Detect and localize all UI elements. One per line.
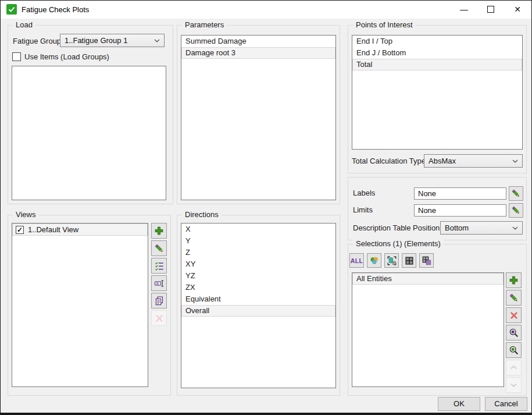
spheres-icon	[369, 256, 380, 266]
magnifier-green-button[interactable]	[506, 342, 522, 358]
grid-icon	[404, 256, 415, 266]
add-icon	[508, 275, 519, 286]
select-grid-button[interactable]	[402, 253, 416, 268]
parameters-list[interactable]: Summed Damage Damage root 3	[181, 35, 336, 200]
ok-button[interactable]: OK	[438, 397, 480, 411]
fatigue-group-value: 1..Fatigue Group 1	[65, 34, 127, 47]
points-of-interest-group: Points of Interest End I / Top End J / B…	[348, 25, 527, 173]
views-group-label: Views	[13, 210, 38, 219]
fatigue-group-select[interactable]: 1..Fatigue Group 1	[60, 34, 165, 47]
app-icon	[6, 4, 17, 15]
load-group-label: Load	[13, 20, 35, 30]
add-icon	[153, 225, 165, 236]
select-by-group-button[interactable]	[367, 253, 381, 268]
view-checkbox[interactable]: ✓	[16, 226, 24, 234]
total-calculation-type-value: AbsMax	[429, 155, 456, 167]
directions-group-label: Directions	[182, 210, 222, 219]
delete-view-button	[151, 310, 167, 326]
move-down-button	[506, 377, 522, 393]
description-table-position-value: Bottom	[445, 222, 469, 234]
chevron-down-icon	[508, 379, 519, 391]
maximize-button[interactable]	[477, 1, 504, 19]
checklist-icon	[154, 261, 165, 271]
list-item[interactable]: End I / Top	[352, 36, 522, 47]
edit-view-button[interactable]	[151, 240, 167, 256]
selections-list[interactable]: All Entities	[352, 272, 504, 387]
points-of-interest-list[interactable]: End I / Top End J / Bottom Total	[352, 35, 523, 150]
parameters-group-label: Parameters	[182, 20, 227, 30]
rename-view-button[interactable]	[151, 275, 167, 291]
display-options-group: Labels None Limits None Description Tabl…	[348, 177, 527, 240]
cancel-button[interactable]: Cancel	[485, 397, 527, 411]
use-items-label: Use Items (Load Groups)	[24, 51, 109, 63]
total-calculation-type-label: Total Calculation Type	[352, 155, 426, 167]
delete-x-icon	[509, 310, 519, 321]
close-button[interactable]: ✕	[504, 1, 531, 19]
list-item[interactable]: Damage root 3	[181, 47, 335, 59]
list-item[interactable]: XY	[181, 258, 335, 270]
pencil-icon	[154, 243, 165, 254]
add-view-button[interactable]	[151, 223, 167, 239]
delete-selection-button[interactable]	[506, 307, 522, 323]
limits-field[interactable]: None	[414, 204, 506, 217]
titlebar: Fatigue Check Plots — ✕	[1, 1, 531, 19]
list-item[interactable]: Overall	[181, 305, 335, 317]
labels-label: Labels	[353, 187, 375, 199]
select-all-button[interactable]: ALL	[349, 253, 364, 268]
edit-view-list-button[interactable]	[151, 258, 167, 274]
views-group: Views ✓ 1..Default View	[8, 215, 171, 396]
delete-x-icon	[154, 313, 165, 324]
magnifier-purple-button[interactable]	[506, 325, 522, 340]
pick-elements-button[interactable]	[384, 253, 399, 268]
marquee-element-icon	[387, 256, 397, 266]
list-item[interactable]: ✓ 1..Default View	[12, 224, 148, 236]
list-item[interactable]: ZX	[181, 282, 335, 293]
maximize-icon	[487, 6, 494, 13]
copy-view-button[interactable]	[151, 293, 167, 308]
list-item[interactable]: End J / Bottom	[352, 47, 522, 59]
select-grid-region-button[interactable]	[419, 253, 434, 268]
all-label: ALL	[351, 257, 363, 264]
window-title: Fatigue Check Plots	[22, 1, 89, 19]
parameters-group: Parameters Summed Damage Damage root 3	[177, 25, 340, 204]
description-table-position-select[interactable]: Bottom	[440, 221, 523, 235]
list-item[interactable]: Equivalent	[181, 293, 335, 305]
load-items-list[interactable]	[12, 66, 166, 200]
pencil-icon	[509, 293, 519, 303]
edit-limits-button[interactable]	[509, 203, 523, 218]
edit-selection-button[interactable]	[506, 290, 522, 306]
views-list[interactable]: ✓ 1..Default View	[12, 223, 148, 387]
list-item[interactable]: YZ	[181, 270, 335, 282]
pencil-icon	[511, 189, 521, 198]
chevron-down-icon	[512, 226, 518, 230]
use-items-checkbox[interactable]	[12, 52, 21, 61]
list-item[interactable]: Total	[352, 59, 522, 70]
magnifier-icon	[508, 327, 519, 338]
grid-partial-icon	[422, 256, 432, 266]
magnifier-icon	[508, 345, 519, 356]
limits-label: Limits	[353, 204, 373, 216]
description-table-position-label: Description Table Position	[353, 222, 440, 234]
list-item[interactable]: Summed Damage	[181, 36, 335, 47]
chevron-up-icon	[508, 362, 519, 373]
labels-field[interactable]: None	[414, 187, 506, 200]
load-group: Load Fatigue Group 1..Fatigue Group 1 Us…	[8, 25, 173, 204]
edit-labels-button[interactable]	[509, 186, 523, 201]
directions-group: Directions X Y Z XY YZ ZX Equivalent Ove…	[177, 215, 340, 396]
directions-list[interactable]: X Y Z XY YZ ZX Equivalent Overall	[181, 223, 336, 388]
list-item[interactable]: X	[181, 224, 335, 235]
chevron-down-icon	[154, 39, 160, 42]
copy-icon	[154, 296, 165, 306]
minimize-button[interactable]: —	[451, 1, 477, 19]
pencil-icon	[511, 205, 521, 215]
move-up-button	[506, 360, 522, 375]
list-item[interactable]: Y	[181, 235, 335, 247]
total-calculation-type-select[interactable]: AbsMax	[424, 154, 523, 168]
fatigue-check-plots-dialog: Fatigue Check Plots — ✕ Load Fatigue Gro…	[0, 0, 532, 415]
add-selection-button[interactable]	[506, 272, 522, 288]
list-item[interactable]: Z	[181, 247, 335, 258]
points-of-interest-group-label: Points of Interest	[353, 20, 416, 30]
chevron-down-icon	[512, 159, 518, 163]
list-item[interactable]: All Entities	[352, 273, 504, 285]
fatigue-group-label: Fatigue Group	[13, 35, 61, 47]
